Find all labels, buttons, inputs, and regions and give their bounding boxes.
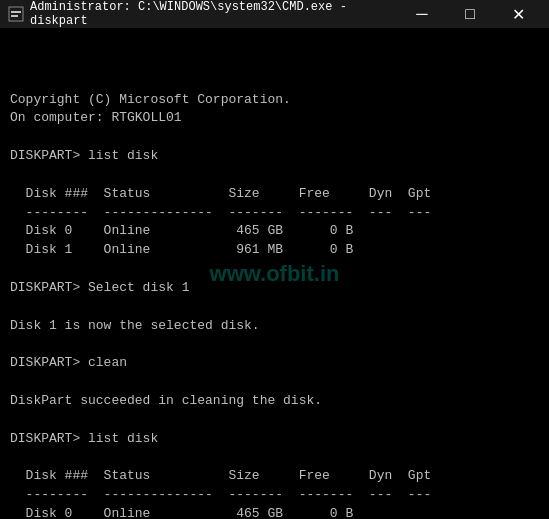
console-line: On computer: RTGKOLL01 — [10, 109, 539, 128]
console-output: www.ofbit.in Copyright (C) Microsoft Cor… — [0, 28, 549, 519]
close-button[interactable]: ✕ — [495, 0, 541, 28]
console-line: DISKPART> list disk — [10, 147, 539, 166]
console-line — [10, 260, 539, 279]
console-line — [10, 373, 539, 392]
console-line: Disk 0 Online 465 GB 0 B — [10, 505, 539, 519]
minimize-button[interactable]: ─ — [399, 0, 445, 28]
title-bar: Administrator: C:\WINDOWS\system32\CMD.e… — [0, 0, 549, 28]
console-line — [10, 336, 539, 355]
console-line: -------- -------------- ------- ------- … — [10, 204, 539, 223]
console-line — [10, 128, 539, 147]
console-line — [10, 166, 539, 185]
svg-rect-0 — [9, 7, 23, 21]
console-line: DISKPART> list disk — [10, 430, 539, 449]
console-line: -------- -------------- ------- ------- … — [10, 486, 539, 505]
console-line: Disk 1 Online 961 MB 0 B — [10, 241, 539, 260]
console-line — [10, 298, 539, 317]
console-line: Copyright (C) Microsoft Corporation. — [10, 91, 539, 110]
svg-rect-1 — [11, 11, 21, 13]
console-line — [10, 411, 539, 430]
window-controls: ─ □ ✕ — [399, 0, 541, 28]
window-icon — [8, 6, 24, 22]
console-line: DiskPart succeeded in cleaning the disk. — [10, 392, 539, 411]
console-line: Disk ### Status Size Free Dyn Gpt — [10, 185, 539, 204]
window-title: Administrator: C:\WINDOWS\system32\CMD.e… — [30, 0, 399, 28]
console-line: DISKPART> Select disk 1 — [10, 279, 539, 298]
console-line: Disk ### Status Size Free Dyn Gpt — [10, 467, 539, 486]
console-line: Disk 0 Online 465 GB 0 B — [10, 222, 539, 241]
console-line: DISKPART> clean — [10, 354, 539, 373]
maximize-button[interactable]: □ — [447, 0, 493, 28]
svg-rect-2 — [11, 15, 18, 17]
console-line — [10, 449, 539, 468]
console-lines: Copyright (C) Microsoft Corporation.On c… — [10, 91, 539, 519]
console-line: Disk 1 is now the selected disk. — [10, 317, 539, 336]
